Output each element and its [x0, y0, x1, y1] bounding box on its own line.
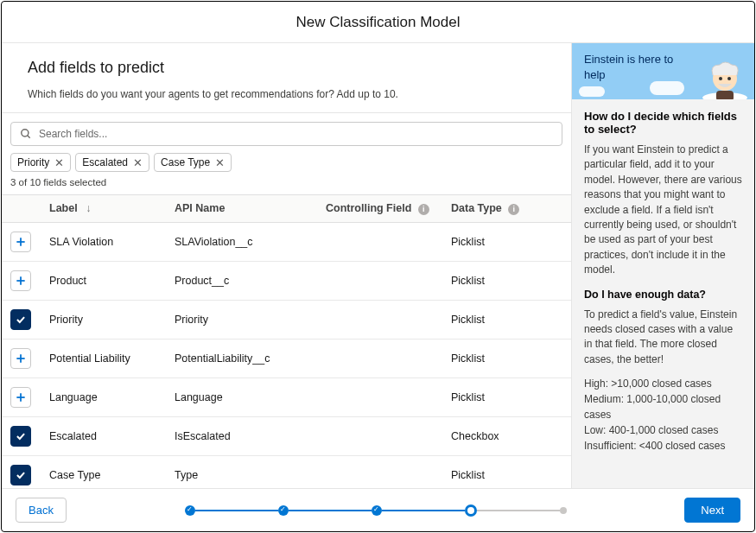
search-section: [2, 113, 571, 153]
close-icon[interactable]: ✕: [133, 157, 143, 168]
cell-label: Case Type: [41, 455, 166, 488]
step-connector: [195, 510, 278, 511]
cell-api: IsEscalated: [166, 416, 317, 455]
help-q2: Do I have enough data?: [584, 289, 742, 301]
cell-api: Product__c: [166, 261, 317, 300]
table-row: SLA ViolationSLAViolation__cPicklist: [2, 222, 571, 261]
filter-chip[interactable]: Priority✕: [10, 153, 71, 172]
cell-dtype: Picklist: [442, 455, 571, 488]
cell-ctrl: [317, 300, 442, 339]
cell-ctrl: [317, 261, 442, 300]
next-button[interactable]: Next: [684, 498, 740, 523]
help-content: How do I decide which fields to select? …: [572, 99, 754, 464]
cell-ctrl: [317, 455, 442, 488]
cell-api: Language: [166, 378, 317, 416]
deselect-button[interactable]: [10, 465, 31, 485]
info-icon[interactable]: i: [418, 204, 429, 215]
step-done[interactable]: [372, 505, 382, 516]
svg-point-14: [719, 77, 722, 80]
col-api[interactable]: API Name: [166, 195, 317, 223]
help-q1: How do I decide which fields to select?: [584, 110, 742, 136]
stat-insufficient: Insufficient: <400 closed cases: [584, 438, 742, 454]
filter-chip[interactable]: Case Type✕: [154, 153, 232, 172]
cell-label: Priority: [41, 300, 166, 339]
close-icon[interactable]: ✕: [215, 157, 225, 168]
cell-label: Potential Liability: [41, 339, 166, 378]
cell-dtype: Picklist: [442, 222, 571, 261]
step-connector: [477, 510, 560, 511]
cell-dtype: Picklist: [442, 300, 571, 339]
col-controlling-field[interactable]: Controlling Field i: [317, 195, 442, 223]
cell-ctrl: [317, 339, 442, 378]
fields-table-wrapper[interactable]: Label ↓ API Name Controlling Field i Dat…: [2, 194, 571, 488]
cell-label: Escalated: [41, 416, 166, 455]
cell-ctrl: [317, 222, 442, 261]
cell-dtype: Picklist: [442, 261, 571, 300]
filter-chip[interactable]: Escalated✕: [75, 153, 149, 172]
col-data-type[interactable]: Data Type i: [442, 195, 571, 223]
chip-label: Escalated: [82, 156, 128, 168]
step-done[interactable]: [278, 505, 289, 516]
progress-stepper: [67, 504, 684, 517]
help-stats: High: >10,000 closed cases Medium: 1,000…: [584, 376, 742, 454]
info-icon[interactable]: i: [508, 204, 519, 215]
cell-dtype: Picklist: [442, 339, 571, 378]
step-connector: [289, 510, 372, 511]
cell-dtype: Picklist: [442, 378, 571, 416]
table-row: PriorityPriorityPicklist: [2, 300, 571, 339]
intro-section: Add fields to predict Which fields do yo…: [2, 43, 571, 113]
cell-ctrl: [317, 416, 442, 455]
cell-api: PotentialLiability__c: [166, 339, 317, 378]
step-done[interactable]: [185, 505, 195, 516]
help-panel: Einstein is here to help How do I decide…: [571, 43, 754, 488]
banner-text: Einstein is here to help: [584, 52, 688, 82]
cell-label: SLA Violation: [41, 222, 166, 261]
table-row: Potential LiabilityPotentialLiability__c…: [2, 339, 571, 378]
deselect-button[interactable]: [10, 309, 31, 330]
close-icon[interactable]: ✕: [54, 157, 64, 168]
table-row: Case TypeTypePicklist: [2, 455, 571, 488]
step-future[interactable]: [560, 507, 567, 514]
search-input[interactable]: [39, 128, 553, 140]
stat-high: High: >10,000 closed cases: [584, 376, 742, 391]
fields-table: Label ↓ API Name Controlling Field i Dat…: [2, 194, 571, 488]
cell-api: Priority: [166, 300, 317, 339]
table-row: EscalatedIsEscalatedCheckbox: [2, 416, 571, 455]
add-button[interactable]: [10, 387, 31, 408]
modal-title: New Classification Model: [2, 2, 754, 43]
filter-chips: Priority✕Escalated✕Case Type✕: [2, 153, 571, 177]
einstein-icon: [699, 56, 751, 99]
modal-container: New Classification Model Add fields to p…: [1, 1, 755, 532]
svg-rect-16: [716, 91, 734, 99]
sort-down-icon: ↓: [86, 202, 91, 214]
svg-line-1: [28, 136, 30, 138]
col-select: [2, 195, 41, 223]
intro-heading: Add fields to predict: [28, 59, 545, 77]
cell-api: Type: [166, 455, 317, 488]
search-icon: [20, 128, 32, 140]
left-panel: Add fields to predict Which fields do yo…: [2, 43, 571, 488]
footer: Back Next: [2, 489, 754, 531]
help-banner: Einstein is here to help: [572, 43, 754, 99]
cell-label: Product: [41, 261, 166, 300]
add-button[interactable]: [10, 270, 31, 291]
modal-body: Add fields to predict Which fields do yo…: [2, 43, 754, 489]
add-button[interactable]: [10, 232, 31, 252]
cell-label: Language: [41, 378, 166, 416]
cell-api: SLAViolation__c: [166, 222, 317, 261]
step-current[interactable]: [465, 504, 477, 517]
table-row: LanguageLanguagePicklist: [2, 378, 571, 416]
help-a1: If you want Einstein to predict a partic…: [584, 143, 742, 278]
help-a2: To predict a field's value, Einstein nee…: [584, 308, 742, 368]
table-row: ProductProduct__cPicklist: [2, 261, 571, 300]
stat-low: Low: 400-1,000 closed cases: [584, 422, 742, 438]
add-button[interactable]: [10, 348, 31, 369]
col-label[interactable]: Label ↓: [41, 195, 166, 223]
deselect-button[interactable]: [10, 426, 31, 447]
back-button[interactable]: Back: [16, 498, 67, 523]
selection-count: 3 of 10 fields selected: [2, 177, 571, 194]
chip-label: Case Type: [161, 156, 210, 168]
svg-point-15: [727, 77, 731, 80]
search-input-wrapper[interactable]: [10, 122, 562, 146]
cell-ctrl: [317, 378, 442, 416]
